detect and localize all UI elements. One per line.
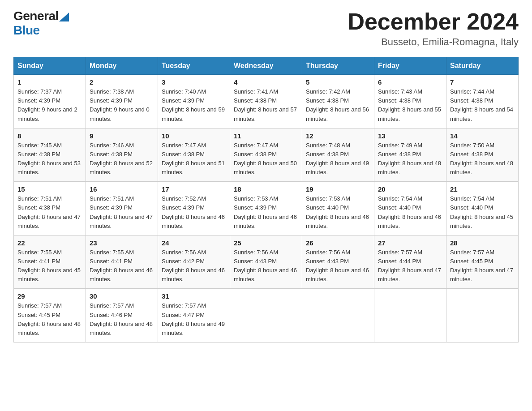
day-number: 6 (378, 78, 442, 86)
day-number: 5 (306, 78, 370, 86)
day-info: Sunrise: 7:54 AMSunset: 4:40 PMDaylight:… (450, 194, 515, 231)
calendar-cell: 23Sunrise: 7:55 AMSunset: 4:41 PMDayligh… (86, 235, 158, 289)
day-number: 15 (17, 185, 82, 193)
day-number: 28 (450, 239, 515, 247)
day-info: Sunrise: 7:38 AMSunset: 4:39 PMDaylight:… (90, 87, 154, 124)
calendar-table: SundayMondayTuesdayWednesdayThursdayFrid… (13, 57, 519, 342)
calendar-week-row: 8Sunrise: 7:45 AMSunset: 4:38 PMDaylight… (14, 128, 519, 182)
day-number: 26 (306, 239, 370, 247)
calendar-cell: 21Sunrise: 7:54 AMSunset: 4:40 PMDayligh… (446, 182, 519, 235)
day-number: 16 (90, 185, 154, 193)
logo-blue-text: Blue (13, 23, 40, 37)
calendar-cell: 7Sunrise: 7:44 AMSunset: 4:38 PMDaylight… (446, 75, 519, 128)
day-number: 19 (306, 185, 370, 193)
day-info: Sunrise: 7:53 AMSunset: 4:39 PMDaylight:… (234, 194, 298, 231)
day-info: Sunrise: 7:45 AMSunset: 4:38 PMDaylight:… (17, 141, 82, 177)
calendar-cell: 31Sunrise: 7:57 AMSunset: 4:47 PMDayligh… (158, 289, 230, 342)
day-number: 14 (450, 132, 515, 140)
day-info: Sunrise: 7:44 AMSunset: 4:38 PMDaylight:… (450, 87, 515, 124)
calendar-cell: 30Sunrise: 7:57 AMSunset: 4:46 PMDayligh… (86, 289, 158, 342)
day-number: 20 (378, 185, 442, 193)
day-info: Sunrise: 7:49 AMSunset: 4:38 PMDaylight:… (378, 141, 442, 177)
calendar-cell: 6Sunrise: 7:43 AMSunset: 4:38 PMDaylight… (374, 75, 446, 128)
calendar-cell: 12Sunrise: 7:48 AMSunset: 4:38 PMDayligh… (302, 128, 374, 182)
day-info: Sunrise: 7:57 AMSunset: 4:45 PMDaylight:… (17, 301, 82, 338)
weekday-header-monday: Monday (86, 57, 158, 75)
calendar-week-row: 22Sunrise: 7:55 AMSunset: 4:41 PMDayligh… (14, 235, 519, 289)
calendar-cell: 16Sunrise: 7:51 AMSunset: 4:39 PMDayligh… (86, 182, 158, 235)
calendar-cell: 28Sunrise: 7:57 AMSunset: 4:45 PMDayligh… (446, 235, 519, 289)
weekday-header-thursday: Thursday (302, 57, 374, 75)
calendar-cell: 10Sunrise: 7:47 AMSunset: 4:38 PMDayligh… (158, 128, 230, 182)
day-number: 27 (378, 239, 442, 247)
day-info: Sunrise: 7:56 AMSunset: 4:43 PMDaylight:… (306, 248, 370, 284)
day-info: Sunrise: 7:57 AMSunset: 4:44 PMDaylight:… (378, 248, 442, 284)
calendar-cell: 26Sunrise: 7:56 AMSunset: 4:43 PMDayligh… (302, 235, 374, 289)
weekday-header-row: SundayMondayTuesdayWednesdayThursdayFrid… (14, 57, 519, 75)
day-info: Sunrise: 7:47 AMSunset: 4:38 PMDaylight:… (234, 141, 298, 177)
day-info: Sunrise: 7:57 AMSunset: 4:47 PMDaylight:… (162, 301, 226, 338)
logo-flag-icon (59, 11, 69, 21)
calendar-cell: 29Sunrise: 7:57 AMSunset: 4:45 PMDayligh… (14, 289, 86, 342)
day-info: Sunrise: 7:46 AMSunset: 4:38 PMDaylight:… (90, 141, 154, 177)
day-number: 7 (450, 78, 515, 86)
day-info: Sunrise: 7:56 AMSunset: 4:42 PMDaylight:… (162, 248, 226, 284)
day-info: Sunrise: 7:51 AMSunset: 4:39 PMDaylight:… (90, 194, 154, 231)
weekday-header-friday: Friday (374, 57, 446, 75)
day-info: Sunrise: 7:56 AMSunset: 4:43 PMDaylight:… (234, 248, 298, 284)
calendar-cell: 24Sunrise: 7:56 AMSunset: 4:42 PMDayligh… (158, 235, 230, 289)
day-info: Sunrise: 7:52 AMSunset: 4:39 PMDaylight:… (162, 194, 226, 231)
day-number: 11 (234, 132, 298, 140)
day-number: 9 (90, 132, 154, 140)
day-number: 22 (17, 239, 82, 247)
calendar-cell: 25Sunrise: 7:56 AMSunset: 4:43 PMDayligh… (230, 235, 302, 289)
day-info: Sunrise: 7:40 AMSunset: 4:39 PMDaylight:… (162, 87, 226, 124)
day-number: 3 (162, 78, 226, 86)
calendar-cell: 20Sunrise: 7:54 AMSunset: 4:40 PMDayligh… (374, 182, 446, 235)
day-info: Sunrise: 7:57 AMSunset: 4:46 PMDaylight:… (90, 301, 154, 338)
day-number: 24 (162, 239, 226, 247)
day-number: 17 (162, 185, 226, 193)
calendar-cell: 22Sunrise: 7:55 AMSunset: 4:41 PMDayligh… (14, 235, 86, 289)
day-number: 13 (378, 132, 442, 140)
calendar-cell: 15Sunrise: 7:51 AMSunset: 4:38 PMDayligh… (14, 182, 86, 235)
calendar-cell: 2Sunrise: 7:38 AMSunset: 4:39 PMDaylight… (86, 75, 158, 128)
weekday-header-saturday: Saturday (446, 57, 519, 75)
day-number: 25 (234, 239, 298, 247)
day-number: 18 (234, 185, 298, 193)
logo: General Blue (13, 9, 69, 38)
calendar-cell (446, 289, 519, 342)
calendar-cell: 1Sunrise: 7:37 AMSunset: 4:39 PMDaylight… (14, 75, 86, 128)
day-info: Sunrise: 7:55 AMSunset: 4:41 PMDaylight:… (90, 248, 154, 284)
calendar-cell (230, 289, 302, 342)
calendar-cell: 11Sunrise: 7:47 AMSunset: 4:38 PMDayligh… (230, 128, 302, 182)
svg-marker-0 (59, 13, 69, 21)
day-number: 30 (90, 292, 154, 300)
day-info: Sunrise: 7:42 AMSunset: 4:38 PMDaylight:… (306, 87, 370, 124)
calendar-cell: 4Sunrise: 7:41 AMSunset: 4:38 PMDaylight… (230, 75, 302, 128)
day-info: Sunrise: 7:51 AMSunset: 4:38 PMDaylight:… (17, 194, 82, 231)
day-info: Sunrise: 7:43 AMSunset: 4:38 PMDaylight:… (378, 87, 442, 124)
weekday-header-tuesday: Tuesday (158, 57, 230, 75)
calendar-cell: 19Sunrise: 7:53 AMSunset: 4:40 PMDayligh… (302, 182, 374, 235)
day-info: Sunrise: 7:47 AMSunset: 4:38 PMDaylight:… (162, 141, 226, 177)
day-info: Sunrise: 7:55 AMSunset: 4:41 PMDaylight:… (17, 248, 82, 284)
day-info: Sunrise: 7:48 AMSunset: 4:38 PMDaylight:… (306, 141, 370, 177)
day-number: 2 (90, 78, 154, 86)
weekday-header-sunday: Sunday (14, 57, 86, 75)
day-number: 12 (306, 132, 370, 140)
day-info: Sunrise: 7:53 AMSunset: 4:40 PMDaylight:… (306, 194, 370, 231)
logo-general-text: General (13, 9, 59, 23)
page-header: General Blue December 2024 Busseto, Emil… (13, 9, 519, 48)
weekday-header-wednesday: Wednesday (230, 57, 302, 75)
day-number: 29 (17, 292, 82, 300)
month-year-title: December 2024 (348, 9, 519, 34)
day-info: Sunrise: 7:54 AMSunset: 4:40 PMDaylight:… (378, 194, 442, 231)
calendar-cell: 5Sunrise: 7:42 AMSunset: 4:38 PMDaylight… (302, 75, 374, 128)
day-number: 10 (162, 132, 226, 140)
day-info: Sunrise: 7:41 AMSunset: 4:38 PMDaylight:… (234, 87, 298, 124)
calendar-week-row: 15Sunrise: 7:51 AMSunset: 4:38 PMDayligh… (14, 182, 519, 235)
day-info: Sunrise: 7:37 AMSunset: 4:39 PMDaylight:… (17, 87, 82, 124)
day-number: 23 (90, 239, 154, 247)
calendar-title-area: December 2024 Busseto, Emilia-Romagna, I… (348, 9, 519, 48)
